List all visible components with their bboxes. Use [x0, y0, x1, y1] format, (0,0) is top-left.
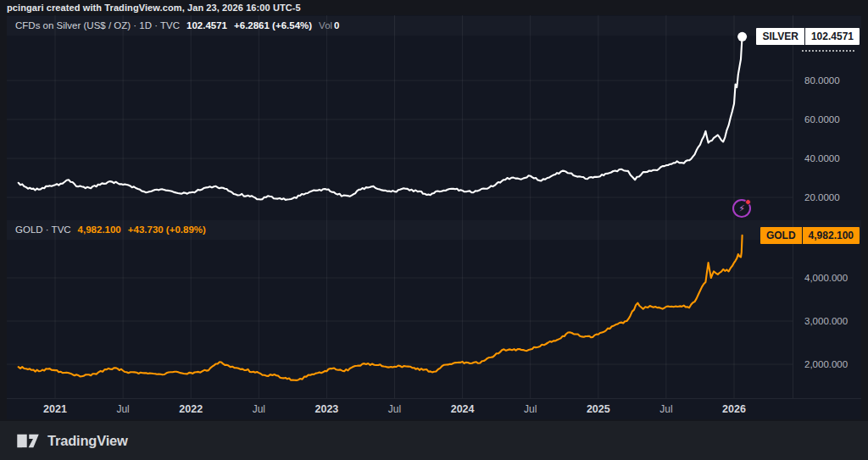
flash-boost-button[interactable]: ⚡	[732, 199, 751, 218]
chart-panel[interactable]: CFDs on Silver (US$ / OZ) · 1D · TVC 102…	[7, 15, 861, 419]
notification-dot	[745, 199, 751, 205]
time-axis-label: Jul	[659, 403, 672, 415]
price-axis-label: 3,000.000	[804, 316, 848, 326]
tradingview-logo-text: TradingView	[47, 433, 128, 449]
time-axis-label: Jul	[253, 403, 265, 415]
silver-change: +6.2861 (+6.54%)	[234, 20, 312, 30]
silver-symbol-label: CFDs on Silver (US$ / OZ) · 1D · TVC	[15, 20, 180, 30]
chart-canvas[interactable]	[7, 15, 861, 419]
gold-badge-label: GOLD	[760, 227, 803, 244]
silver-price-badge: SILVER 102.4571	[756, 28, 860, 45]
silver-volume-label: Vol	[319, 20, 332, 30]
price-axis[interactable]: 80.000060.000040.000020.00004,000.0003,0…	[793, 15, 861, 398]
time-axis-label: 2026	[722, 403, 746, 415]
price-axis-label: 60.0000	[804, 114, 840, 125]
time-axis-label: Jul	[388, 403, 401, 415]
time-axis-label: Jul	[116, 403, 129, 415]
tradingview-logo-link[interactable]: TradingView	[16, 433, 128, 449]
gold-symbol-label: GOLD · TVC	[15, 224, 71, 235]
time-axis-label: Jul	[524, 403, 537, 415]
gold-price-badge: GOLD 4,982.100	[760, 227, 860, 244]
price-axis-label: 80.0000	[804, 75, 840, 86]
footer-bar: TradingView	[0, 421, 868, 460]
price-axis-label: 4,000.000	[804, 273, 848, 283]
silver-badge-label: SILVER	[756, 28, 804, 45]
gold-last-price: 4,982.100	[78, 224, 121, 235]
attribution-bar: pcingari created with TradingView.com, J…	[0, 0, 868, 15]
price-axis-label: 20.0000	[804, 192, 840, 202]
time-axis-label: 2023	[314, 403, 338, 415]
tradingview-snapshot: pcingari created with TradingView.com, J…	[0, 0, 868, 460]
time-axis[interactable]: 2021Jul2022Jul2023Jul2024Jul2025Jul2026	[7, 398, 861, 419]
silver-badge-value: 102.4571	[805, 28, 860, 45]
silver-last-price: 102.4571	[186, 20, 227, 30]
time-axis-label: 2024	[451, 403, 475, 415]
price-axis-label: 40.0000	[804, 153, 840, 163]
price-axis-label: 2,000.000	[804, 359, 848, 369]
tradingview-logo-icon	[16, 433, 40, 449]
silver-legend[interactable]: CFDs on Silver (US$ / OZ) · 1D · TVC 102…	[15, 20, 340, 30]
attribution-text: pcingari created with TradingView.com, J…	[7, 3, 301, 13]
gold-change: +43.730 (+0.89%)	[128, 224, 206, 235]
silver-price-dashed-line	[802, 50, 854, 52]
gold-badge-value: 4,982.100	[803, 227, 860, 244]
lightning-bolt-icon: ⚡	[738, 204, 745, 213]
gold-legend[interactable]: GOLD · TVC 4,982.100 +43.730 (+0.89%)	[15, 224, 206, 235]
time-axis-label: 2025	[587, 403, 610, 415]
time-axis-label: 2021	[43, 403, 67, 415]
time-axis-label: 2022	[179, 403, 203, 415]
silver-volume-value: 0	[334, 20, 339, 30]
